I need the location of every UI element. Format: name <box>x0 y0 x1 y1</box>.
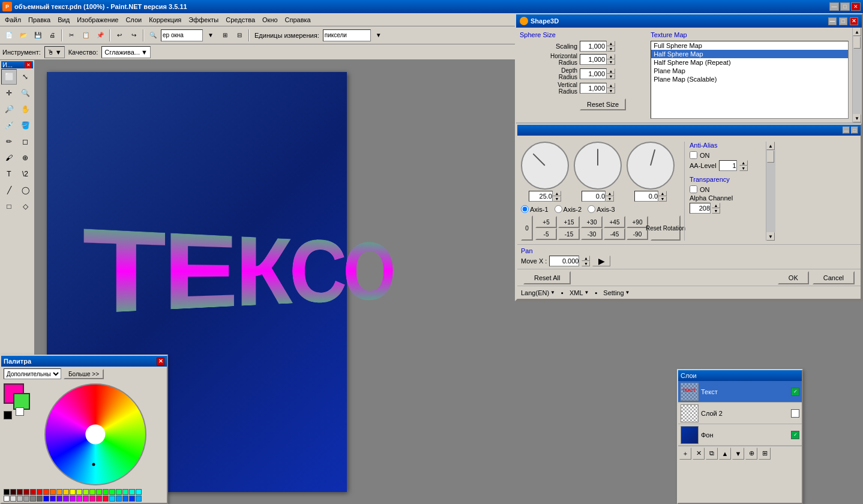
text-tool[interactable]: T <box>1 166 17 182</box>
move-x-input[interactable] <box>549 256 579 266</box>
hand-tool[interactable]: ✋ <box>17 101 33 117</box>
toolbox-close[interactable]: ✕ <box>25 61 32 68</box>
dial-2-down[interactable]: ▼ <box>606 196 614 202</box>
swatch-13[interactable] <box>116 489 122 495</box>
swatch-24[interactable] <box>83 496 89 502</box>
swatch-30[interactable] <box>122 496 128 502</box>
swatch-6[interactable] <box>56 489 62 495</box>
reset-all-btn[interactable]: Reset All <box>523 271 571 284</box>
zoom-fit-btn[interactable]: ⊞ <box>218 29 232 42</box>
reset-rotation-btn[interactable]: Reset Rotation <box>651 215 681 241</box>
rot-minus90[interactable]: -90 <box>627 228 648 240</box>
swatch-28[interactable] <box>109 496 115 502</box>
swatch-11[interactable] <box>96 489 102 495</box>
new-btn[interactable]: 📄 <box>2 29 16 42</box>
black-swatch[interactable] <box>4 411 12 419</box>
pan-arrow[interactable]: ▶ <box>592 256 610 266</box>
eyedropper-tool[interactable]: 💉 <box>1 118 17 133</box>
scroll-up-btn[interactable]: ▲ <box>853 28 861 36</box>
save-btn[interactable]: 💾 <box>31 29 44 42</box>
stamp-tool[interactable]: ⊕ <box>17 150 33 166</box>
palette-more-btn[interactable]: Больше >> <box>64 369 104 379</box>
depth-up[interactable]: ▲ <box>607 68 615 74</box>
poly-shape-tool[interactable]: ◇ <box>17 199 33 214</box>
h-radius-up[interactable]: ▲ <box>607 54 615 59</box>
layer-item-bg[interactable]: Фон ✓ <box>678 424 802 446</box>
swatch-red[interactable] <box>37 489 43 495</box>
eraser-tool[interactable]: ◻ <box>17 134 33 149</box>
swatch-green[interactable] <box>103 489 109 495</box>
swatch-20[interactable] <box>50 496 56 502</box>
swatch-5[interactable] <box>50 489 56 495</box>
scaling-down[interactable]: ▼ <box>607 46 615 52</box>
dial-3-down[interactable]: ▼ <box>658 196 667 202</box>
swatch-14[interactable] <box>122 489 128 495</box>
zoom-combo[interactable] <box>161 29 203 41</box>
paintbrush-tool[interactable]: 🖌 <box>1 150 17 166</box>
menu-file[interactable]: Файл <box>1 15 25 25</box>
swatch-3[interactable] <box>30 489 36 495</box>
swatch-16[interactable] <box>10 496 16 502</box>
layer-down-btn[interactable]: ▼ <box>732 448 744 460</box>
shape3d-close-btn[interactable]: ✕ <box>850 17 858 25</box>
rot-panel-max[interactable]: □ <box>851 127 858 134</box>
swatch-27[interactable] <box>103 496 109 502</box>
paint-bucket-tool[interactable]: 🪣 <box>17 118 33 133</box>
paste-btn[interactable]: 📌 <box>94 29 107 42</box>
swatch-magenta[interactable] <box>76 496 82 502</box>
swatch-10[interactable] <box>89 489 95 495</box>
palette-type-combo[interactable]: Дополнительны <box>4 368 61 379</box>
scaling-input[interactable] <box>580 41 607 52</box>
rot-plus15[interactable]: +15 <box>558 216 580 228</box>
v-radius-down[interactable]: ▼ <box>607 88 615 94</box>
v-radius-input[interactable] <box>580 83 607 94</box>
swatch-31[interactable] <box>129 496 135 502</box>
color-wheel[interactable] <box>44 383 146 485</box>
dial-1-up[interactable]: ▲ <box>553 191 561 196</box>
line-tool[interactable]: ╱ <box>1 182 17 198</box>
depth-down[interactable]: ▼ <box>607 74 615 79</box>
move-tool[interactable]: ✛ <box>1 85 17 101</box>
quality-combo[interactable]: Сглажива... ▼ <box>101 46 151 58</box>
swatch-9[interactable] <box>83 489 89 495</box>
maximize-button[interactable]: □ <box>840 2 850 11</box>
swatch-22[interactable] <box>63 496 69 502</box>
swatch-12[interactable] <box>109 489 115 495</box>
shape3d-min-btn[interactable]: — <box>828 17 837 25</box>
units-dropdown[interactable]: ▼ <box>372 29 385 42</box>
axis-2-radio[interactable] <box>555 205 562 213</box>
layer-item-layer2[interactable]: Слой 2 <box>678 403 802 424</box>
menu-tools[interactable]: Средства <box>222 15 259 25</box>
texture-half-sphere[interactable]: Half Sphere Map <box>651 50 848 58</box>
alpha-down[interactable]: ▼ <box>712 208 720 214</box>
aa-level-input[interactable] <box>719 160 737 171</box>
dial-2-input[interactable] <box>582 191 606 202</box>
alpha-up[interactable]: ▲ <box>712 203 720 208</box>
zoom-dropdown[interactable]: ▼ <box>204 29 217 42</box>
shape3d-max-btn[interactable]: □ <box>839 17 847 25</box>
depth-input[interactable] <box>580 68 607 79</box>
swatch-29[interactable] <box>116 496 122 502</box>
axis-2-radio-label[interactable]: Axis-2 <box>555 205 582 213</box>
regex-tool[interactable]: \2 <box>17 166 33 182</box>
swatch-1[interactable] <box>17 489 23 495</box>
rot-plus5[interactable]: +5 <box>535 216 557 228</box>
dial-2-up[interactable]: ▲ <box>606 191 614 196</box>
palette-close-btn[interactable]: ✕ <box>157 358 164 365</box>
tool-selector[interactable]: 🖱 ▼ <box>44 46 65 58</box>
swatch-21[interactable] <box>56 496 62 502</box>
swatch-white[interactable] <box>4 496 10 502</box>
swatch-23[interactable] <box>70 496 76 502</box>
layer-up-btn[interactable]: ▲ <box>719 448 731 460</box>
axis-3-radio[interactable] <box>588 205 595 213</box>
rot-minus30[interactable]: -30 <box>581 228 603 240</box>
move-x-down[interactable]: ▼ <box>582 261 590 266</box>
swatch-17[interactable] <box>17 496 23 502</box>
axis-1-radio-label[interactable]: Axis-1 <box>521 205 549 213</box>
lang-selector[interactable]: Lang(EN) ▼ <box>521 289 555 296</box>
cancel-btn[interactable]: Cancel <box>813 271 855 284</box>
layer-delete-btn[interactable]: ✕ <box>693 448 705 460</box>
swatch-32[interactable] <box>136 496 142 502</box>
rot-scrollbar[interactable]: ▲ ▼ <box>766 142 775 241</box>
layer-item-text[interactable]: ТЕКСТ Текст ✓ <box>678 381 802 403</box>
